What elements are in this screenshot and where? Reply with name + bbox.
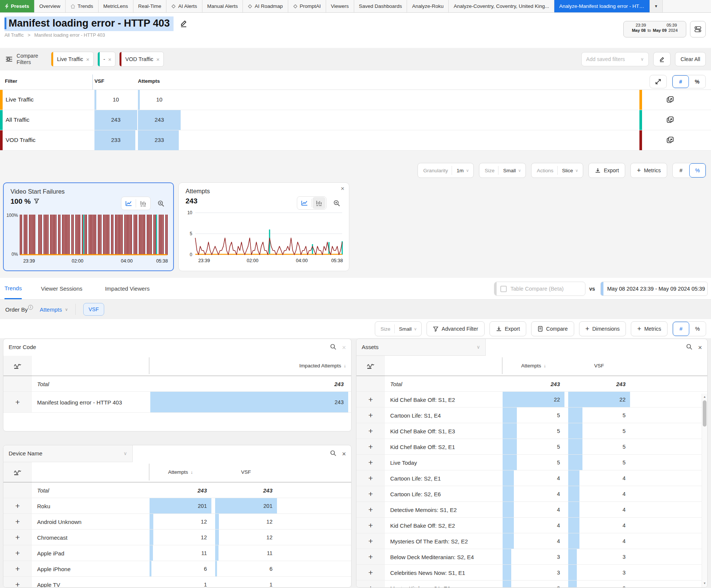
assets-row[interactable]: +Mysteries Of The Earth: S2, E244: [356, 533, 707, 549]
table-size-dropdown[interactable]: Size Small∨: [375, 321, 422, 336]
open-in-new-icon[interactable]: [666, 136, 674, 145]
close-icon[interactable]: ×: [698, 344, 702, 351]
scroll-thumb[interactable]: [703, 400, 707, 427]
assets-dimension-dropdown[interactable]: Assets∨: [356, 339, 486, 356]
vsf-metric-chip[interactable]: VSF: [83, 303, 104, 316]
assets-row[interactable]: +Kid Chef Bake Off: S1, E355: [356, 423, 707, 439]
open-in-new-icon[interactable]: [666, 116, 674, 125]
expand-plus-icon[interactable]: +: [368, 411, 373, 420]
expand-plus-icon[interactable]: +: [368, 552, 373, 561]
clear-all-button[interactable]: Clear All: [675, 52, 706, 66]
compare-filters-label[interactable]: Compare Filters: [5, 53, 51, 66]
assets-row[interactable]: +Kid Chef Bake Off: S2, E155: [356, 439, 707, 455]
device-name-row[interactable]: +Apple iPad1111: [3, 545, 351, 561]
number-toggle-hash[interactable]: #: [672, 75, 689, 88]
expand-plus-icon[interactable]: +: [15, 398, 20, 407]
bar-chart-toggle[interactable]: [136, 197, 150, 210]
col-vsf[interactable]: VSF: [94, 78, 104, 84]
assets-row[interactable]: +Below Deck Mediteranian: S2, E433: [356, 549, 707, 565]
assets-row[interactable]: +Cartoon Life: S2, E144: [356, 470, 707, 486]
expand-plus-icon[interactable]: +: [368, 505, 373, 514]
bar-chart-toggle[interactable]: [313, 197, 325, 209]
tab-trends[interactable]: Trends: [4, 278, 22, 299]
assets-row[interactable]: +Kid Chef Bake Off: S2, E244: [356, 518, 707, 533]
zoom-toggle[interactable]: [329, 196, 344, 210]
nav-tab-analyze-roku[interactable]: Analyze-Roku: [407, 0, 449, 12]
vertical-scrollbar[interactable]: ▲▼: [702, 394, 707, 587]
date-range-picker[interactable]: 23:39 05:39 May 08 to May 09 2024: [623, 21, 686, 37]
expand-plus-icon[interactable]: +: [15, 533, 20, 542]
expand-plus-icon[interactable]: +: [368, 537, 373, 546]
error-code-row[interactable]: +Manifest loading error - HTTP 403243: [3, 392, 351, 413]
chart-card-video-start-failures[interactable]: Video Start Failures100 %100%0%23:3902:0…: [3, 182, 174, 271]
zoom-toggle[interactable]: [154, 197, 168, 210]
scroll-down-arrow[interactable]: ▼: [702, 582, 707, 585]
nav-tab-analyze-manifest-loading-error-http-4[interactable]: Analyze-Manifest loading error - HTTP 4.…: [554, 0, 650, 12]
breadcrumb-root[interactable]: All Traffic: [4, 33, 24, 38]
table-metrics-button[interactable]: + Metrics: [631, 321, 668, 336]
line-chart-toggle[interactable]: [121, 197, 136, 210]
info-icon[interactable]: i: [28, 305, 33, 310]
actions-dropdown[interactable]: Actions Slice∨: [531, 163, 583, 178]
nav-tab-manual-alerts[interactable]: Manual Alerts: [202, 0, 243, 12]
search-icon[interactable]: [686, 343, 693, 352]
compare-date-range[interactable]: May 08 2024 23:39 - May 09 2024 05:39: [600, 282, 708, 296]
filter-table-row[interactable]: Live Traffic1010: [0, 90, 711, 110]
assets-row[interactable]: +Cartoon Life: S1, E455: [356, 407, 707, 423]
expand-plus-icon[interactable]: +: [15, 580, 20, 588]
expand-plus-icon[interactable]: +: [368, 442, 373, 451]
assets-row[interactable]: +Live Today55: [356, 455, 707, 470]
assets-row[interactable]: +Celebrities News Now: S1, E133: [356, 565, 707, 581]
nav-tab-saved-dashboards[interactable]: Saved Dashboards: [354, 0, 407, 12]
compare-button[interactable]: Compare: [531, 321, 574, 336]
expand-plus-icon[interactable]: +: [368, 458, 373, 467]
search-icon[interactable]: [330, 450, 337, 458]
nav-tab-promptai[interactable]: PromptAI: [288, 0, 326, 12]
nav-tab-real-time[interactable]: Real-Time: [133, 0, 167, 12]
trend-toggle-cell[interactable]: [3, 462, 32, 482]
advanced-filter-button[interactable]: Advanced Filter: [427, 321, 484, 336]
nav-tab-presets[interactable]: Presets: [0, 0, 34, 12]
line-chart-toggle[interactable]: [297, 196, 311, 210]
panel-toggle-button[interactable]: [690, 21, 706, 37]
assets-row[interactable]: +Master Kitchens: S1, E233: [356, 581, 707, 588]
chart-card-attempts[interactable]: ×Attempts243105023:3902:0004:0005:38: [178, 182, 349, 271]
chip-remove-icon[interactable]: ×: [85, 56, 93, 63]
tab-viewer-sessions[interactable]: Viewer Sessions: [41, 278, 82, 299]
expand-plus-icon[interactable]: +: [15, 549, 20, 558]
expand-plus-icon[interactable]: +: [15, 564, 20, 573]
assets-col-attempts[interactable]: Attempts ↓: [503, 363, 564, 369]
device-name-dimension-dropdown[interactable]: Device Name∨: [3, 445, 133, 462]
assets-row[interactable]: +Cartoon Life: S2, E644: [356, 486, 707, 502]
metrics-button[interactable]: + Metrics: [630, 163, 667, 178]
filter-chip[interactable]: VOD Traffic×: [119, 52, 163, 67]
assets-row[interactable]: +Detective Memoirs: S1, E244: [356, 502, 707, 518]
nav-tab-overview[interactable]: Overview: [34, 0, 66, 12]
device-name-row[interactable]: +Android Unknown1212: [3, 514, 351, 530]
nav-tab-trends[interactable]: Trends: [66, 0, 99, 12]
tab-impacted-viewers[interactable]: Impacted Viewers: [105, 278, 150, 299]
order-by-metric-dropdown[interactable]: Attempts: [40, 306, 62, 313]
funnel-icon[interactable]: [34, 197, 39, 206]
device-name-row[interactable]: +Apple iPhone66: [3, 561, 351, 577]
charts-toggle-hash[interactable]: #: [673, 163, 689, 178]
edit-filters-button[interactable]: [653, 52, 671, 66]
filter-chip[interactable]: Live Traffic×: [51, 52, 94, 67]
search-icon[interactable]: [330, 343, 337, 352]
charts-toggle-percent[interactable]: %: [689, 163, 706, 178]
expand-plus-icon[interactable]: +: [368, 474, 373, 483]
export-button[interactable]: Export: [588, 163, 625, 178]
trend-toggle-cell[interactable]: [356, 356, 385, 376]
assets-col-vsf[interactable]: VSF: [568, 363, 630, 369]
device-name-row[interactable]: +Chromecast1212: [3, 530, 351, 545]
table-toggle-hash[interactable]: #: [673, 322, 689, 336]
nav-tab-ai-alerts[interactable]: AI Alerts: [166, 0, 202, 12]
table-compare-toggle[interactable]: Table Compare (Beta): [494, 282, 585, 296]
edit-title-icon[interactable]: [180, 19, 188, 29]
table-compare-checkbox[interactable]: [500, 286, 507, 292]
filter-table-row[interactable]: All Traffic243243: [0, 110, 711, 130]
scroll-up-arrow[interactable]: ▲: [702, 395, 707, 398]
add-saved-filters-dropdown[interactable]: Add saved filters ∨: [581, 52, 649, 66]
number-toggle-percent[interactable]: %: [689, 75, 705, 88]
close-icon[interactable]: ×: [341, 185, 344, 193]
